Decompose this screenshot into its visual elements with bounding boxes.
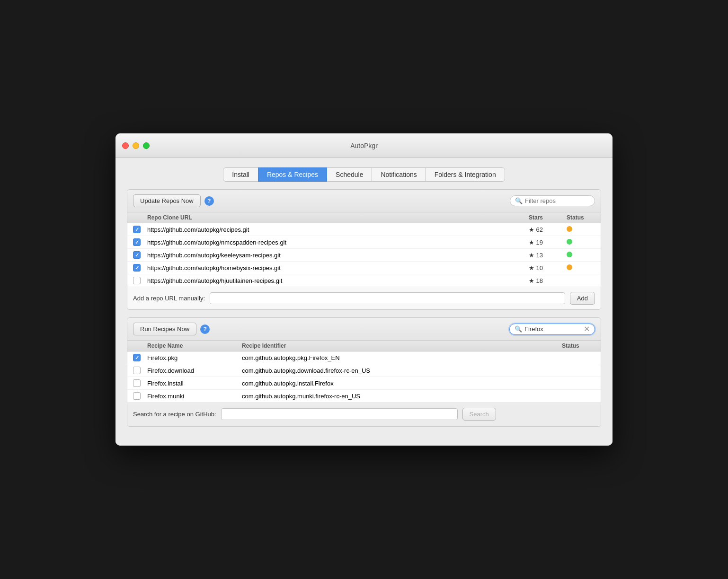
repos-table-header: Repo Clone URL Stars Status xyxy=(127,212,601,223)
maximize-button[interactable] xyxy=(143,142,150,149)
tab-install[interactable]: Install xyxy=(223,167,258,182)
repo-stars-0: ★ 62 xyxy=(529,226,567,233)
table-row[interactable]: https://github.com/autopkg/homebysix-rec… xyxy=(127,262,601,274)
search-clear-icon[interactable]: ✕ xyxy=(584,325,590,333)
recipes-col-name: Recipe Name xyxy=(147,342,242,349)
repo-url-2: https://github.com/autopkg/keeleysam-rec… xyxy=(147,252,529,259)
table-row[interactable]: https://github.com/autopkg/keeleysam-rec… xyxy=(127,249,601,262)
tab-repos-recipes[interactable]: Repos & Recipes xyxy=(258,167,327,182)
recipe-identifier-3: com.github.autopkg.munki.firefox-rc-en_U… xyxy=(242,393,562,400)
traffic-lights xyxy=(122,142,150,149)
recipes-panel: Run Recipes Now ? 🔍 ✕ Recipe Name Recipe… xyxy=(127,317,601,427)
repos-panel: Update Repos Now ? 🔍 Repo Clone URL Star… xyxy=(127,189,601,310)
recipes-col-status: Status xyxy=(562,342,595,349)
repo-checkbox-3[interactable] xyxy=(133,264,141,272)
repos-help-button[interactable]: ? xyxy=(204,196,214,206)
repo-status-3 xyxy=(567,264,595,272)
repo-stars-2: ★ 13 xyxy=(529,252,567,259)
run-recipes-button[interactable]: Run Recipes Now xyxy=(133,323,196,335)
github-search-label: Search for a recipe on GitHub: xyxy=(133,411,216,418)
repo-url-3: https://github.com/autopkg/homebysix-rec… xyxy=(147,264,529,272)
filter-repos-search-icon: 🔍 xyxy=(515,197,523,204)
repo-url-0: https://github.com/autopkg/recipes.git xyxy=(147,226,529,233)
add-repo-row: Add a repo URL manually: Add xyxy=(127,287,601,309)
tab-notifications[interactable]: Notifications xyxy=(372,167,426,182)
recipe-name-0: Firefox.pkg xyxy=(147,354,242,361)
repo-checkbox-2[interactable] xyxy=(133,251,141,259)
filter-recipes-box: 🔍 ✕ xyxy=(509,324,595,335)
table-row[interactable]: Firefox.download com.github.autopkg.down… xyxy=(127,364,601,377)
recipe-checkbox-1[interactable] xyxy=(133,367,141,374)
add-repo-button[interactable]: Add xyxy=(570,292,595,305)
repo-status-1 xyxy=(567,239,595,246)
recipe-checkbox-2[interactable] xyxy=(133,379,141,387)
recipes-help-button[interactable]: ? xyxy=(200,325,210,334)
repo-status-2 xyxy=(567,252,595,259)
recipe-name-2: Firefox.install xyxy=(147,380,242,387)
recipes-col-checkbox xyxy=(133,342,147,349)
repo-stars-4: ★ 18 xyxy=(529,277,567,284)
github-search-row: Search for a recipe on GitHub: Search xyxy=(127,402,601,426)
recipes-table-header: Recipe Name Recipe Identifier Status xyxy=(127,341,601,351)
repo-url-4: https://github.com/autopkg/hjuutilainen-… xyxy=(147,277,529,284)
recipe-identifier-0: com.github.autopkg.pkg.Firefox_EN xyxy=(242,354,562,361)
recipe-identifier-1: com.github.autopkg.download.firefox-rc-e… xyxy=(242,367,562,374)
repo-stars-3: ★ 10 xyxy=(529,264,567,272)
recipes-toolbar: Run Recipes Now ? 🔍 ✕ xyxy=(127,318,601,341)
repos-table-body: https://github.com/autopkg/recipes.git ★… xyxy=(127,223,601,287)
github-search-button[interactable]: Search xyxy=(462,408,496,421)
github-search-input[interactable] xyxy=(221,408,458,420)
repos-col-stars: Stars xyxy=(529,214,567,221)
minimize-button[interactable] xyxy=(133,142,139,149)
recipe-checkbox-0[interactable] xyxy=(133,354,141,361)
filter-repos-input[interactable] xyxy=(525,197,582,204)
repo-url-1: https://github.com/autopkg/nmcspadden-re… xyxy=(147,239,529,246)
filter-recipes-search-icon: 🔍 xyxy=(515,325,522,333)
recipes-col-identifier: Recipe Identifier xyxy=(242,342,562,349)
titlebar: AutoPkgr xyxy=(115,133,613,158)
recipes-table-body: Firefox.pkg com.github.autopkg.pkg.Firef… xyxy=(127,351,601,402)
add-repo-label: Add a repo URL manually: xyxy=(133,295,205,302)
window-title: AutoPkgr xyxy=(350,142,378,149)
tab-folders-integration[interactable]: Folders & Integration xyxy=(426,167,505,182)
repos-col-checkbox xyxy=(133,214,147,221)
table-row[interactable]: https://github.com/autopkg/hjuutilainen-… xyxy=(127,274,601,287)
repo-checkbox-1[interactable] xyxy=(133,238,141,246)
main-window: AutoPkgr Install Repos & Recipes Schedul… xyxy=(115,133,613,446)
add-repo-input[interactable] xyxy=(210,292,565,304)
recipe-checkbox-3[interactable] xyxy=(133,392,141,400)
table-row[interactable]: Firefox.install com.github.autopkg.insta… xyxy=(127,377,601,390)
tab-schedule[interactable]: Schedule xyxy=(327,167,372,182)
repos-col-status: Status xyxy=(567,214,595,221)
recipe-name-1: Firefox.download xyxy=(147,367,242,374)
update-repos-button[interactable]: Update Repos Now xyxy=(133,194,201,207)
close-button[interactable] xyxy=(122,142,129,149)
repo-status-0 xyxy=(567,226,595,233)
repo-checkbox-0[interactable] xyxy=(133,226,141,233)
table-row[interactable]: Firefox.munki com.github.autopkg.munki.f… xyxy=(127,390,601,402)
repos-toolbar: Update Repos Now ? 🔍 xyxy=(127,190,601,212)
tab-bar: Install Repos & Recipes Schedule Notific… xyxy=(127,167,601,182)
table-row[interactable]: Firefox.pkg com.github.autopkg.pkg.Firef… xyxy=(127,351,601,364)
table-row[interactable]: https://github.com/autopkg/nmcspadden-re… xyxy=(127,236,601,249)
repos-col-url: Repo Clone URL xyxy=(147,214,529,221)
recipe-name-3: Firefox.munki xyxy=(147,393,242,400)
filter-recipes-input[interactable] xyxy=(524,325,581,333)
table-row[interactable]: https://github.com/autopkg/recipes.git ★… xyxy=(127,223,601,236)
window-content: Install Repos & Recipes Schedule Notific… xyxy=(115,158,613,446)
filter-repos-box: 🔍 xyxy=(510,195,595,206)
recipe-identifier-2: com.github.autopkg.install.Firefox xyxy=(242,380,562,387)
repo-checkbox-4[interactable] xyxy=(133,277,141,284)
repo-stars-1: ★ 19 xyxy=(529,239,567,246)
